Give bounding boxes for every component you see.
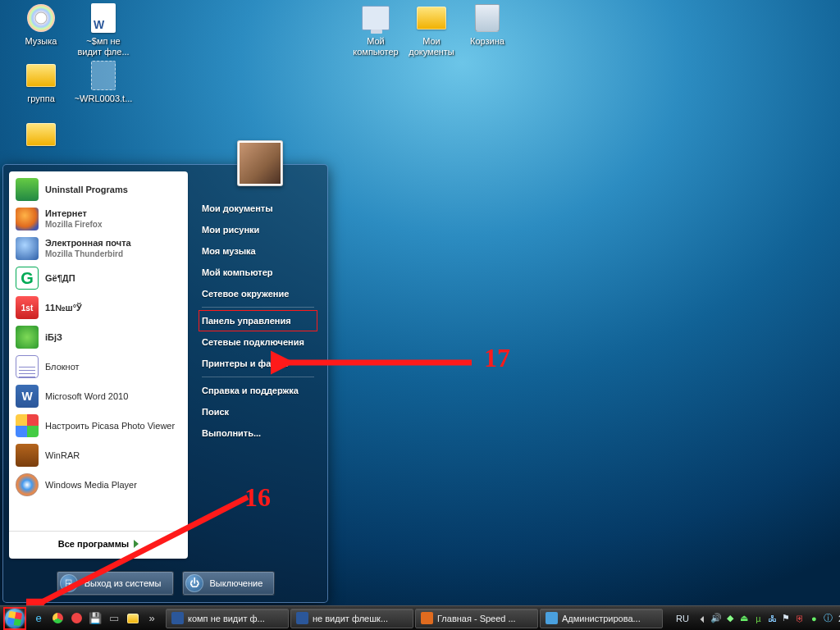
program-label: WinRAR bbox=[45, 450, 80, 461]
ql-ie-icon[interactable]: e bbox=[30, 609, 48, 628]
folder-icon bbox=[25, 118, 57, 151]
start-menu-link[interactable]: Мои документы bbox=[194, 198, 322, 219]
start-menu-link[interactable]: Справка и поддержка bbox=[194, 380, 322, 401]
program-icon bbox=[16, 355, 39, 378]
tray-volume-icon[interactable]: 🔊 bbox=[710, 611, 724, 625]
start-menu-link[interactable]: Поиск bbox=[194, 401, 322, 422]
shutdown-button[interactable]: ⏻ Выключение bbox=[182, 571, 276, 596]
program-label: Windows Media Player bbox=[45, 480, 137, 491]
ql-save-icon[interactable]: 💾 bbox=[86, 609, 104, 628]
program-label: Настроить Picasa Photo Viewer bbox=[45, 421, 175, 431]
taskbar-button-label: Администрирова... bbox=[562, 614, 641, 623]
control-panel-link[interactable]: Панель управления bbox=[199, 310, 317, 331]
desktop-icon[interactable]: Музыка bbox=[11, 2, 71, 47]
taskbar-button-label: комп не видит ф... bbox=[188, 614, 265, 623]
taskbar-button[interactable]: Главная - Speed ... bbox=[415, 609, 538, 628]
taskbar-buttons: комп не видит ф...не видит флешк...Главн… bbox=[166, 609, 664, 628]
program-icon bbox=[16, 473, 39, 496]
program-label: Microsoft Word 2010 bbox=[45, 391, 128, 402]
desktop-icon[interactable]: группа bbox=[11, 59, 71, 104]
desktop-icon[interactable]: Корзина bbox=[458, 2, 517, 47]
start-menu-link[interactable]: Мой компьютер bbox=[194, 262, 322, 283]
folder-icon bbox=[415, 2, 448, 34]
program-item[interactable]: ИнтернетMozilla Firefox bbox=[9, 204, 188, 234]
program-icon bbox=[16, 237, 39, 260]
program-item[interactable]: Электронная почтаMozilla Thunderbird bbox=[9, 234, 188, 263]
start-menu-bottom-row: ⍈ Выход из системы ⏻ Выключение bbox=[9, 571, 322, 596]
program-icon bbox=[16, 208, 39, 231]
windows-logo-icon bbox=[5, 609, 25, 628]
ql-chrome-icon[interactable] bbox=[48, 609, 66, 628]
tray-usb-icon[interactable]: ● bbox=[807, 611, 821, 625]
program-label: Gё¶ДП bbox=[45, 273, 75, 284]
program-label: iБjЗ bbox=[45, 332, 62, 343]
program-icon bbox=[16, 326, 39, 349]
ql-opera-icon[interactable] bbox=[67, 609, 85, 628]
desktop-icon-label: группа bbox=[11, 94, 71, 104]
desktop-icon-label: ~$мп не видит фле... bbox=[74, 36, 133, 57]
taskbar-button-icon bbox=[421, 612, 433, 624]
taskbar-button[interactable]: комп не видит ф... bbox=[166, 609, 289, 628]
taskbar: e 💾 ▭ » комп не видит ф...не видит флешк… bbox=[0, 605, 840, 630]
tray-info-icon[interactable]: ⓘ bbox=[821, 611, 835, 625]
program-item[interactable]: Uninstall Programs bbox=[9, 175, 188, 204]
language-indicator[interactable]: RU bbox=[676, 614, 689, 623]
start-button[interactable] bbox=[3, 607, 26, 630]
start-menu-link[interactable]: Мои рисунки bbox=[194, 219, 322, 240]
program-icon bbox=[16, 444, 39, 467]
desktop-icon-label: Мои документы bbox=[402, 36, 461, 57]
desktop-icon-label: Музыка bbox=[11, 36, 71, 47]
start-menu-link[interactable]: Моя музыка bbox=[194, 240, 322, 262]
taskbar-button-icon bbox=[296, 612, 308, 624]
program-icon: W bbox=[16, 385, 39, 408]
all-programs-button[interactable]: Все программы bbox=[9, 531, 188, 555]
program-item[interactable]: Настроить Picasa Photo Viewer bbox=[9, 411, 188, 441]
desktop-icon[interactable] bbox=[11, 118, 71, 153]
tray-antivirus-icon[interactable]: ◆ bbox=[724, 611, 737, 625]
program-item[interactable]: Блокнот bbox=[9, 352, 188, 381]
start-menu-link[interactable]: Сетевое окружение bbox=[194, 283, 322, 304]
program-icon: 1st bbox=[16, 296, 39, 319]
taskbar-button-label: не видит флешк... bbox=[313, 614, 388, 623]
tray-shield-icon[interactable]: ⛨ bbox=[793, 611, 807, 625]
tray-flag-icon[interactable]: ⚑ bbox=[779, 611, 793, 625]
program-icon bbox=[16, 178, 39, 201]
program-label: Электронная почтаMozilla Thunderbird bbox=[45, 238, 131, 259]
program-label: Блокнот bbox=[45, 362, 80, 372]
ql-chevron-icon[interactable]: » bbox=[143, 609, 161, 628]
program-item[interactable]: GGё¶ДП bbox=[9, 263, 188, 293]
logoff-button[interactable]: ⍈ Выход из системы bbox=[57, 571, 174, 596]
shutdown-label: Выключение bbox=[210, 578, 263, 588]
program-item[interactable]: iБjЗ bbox=[9, 322, 188, 352]
logoff-icon: ⍈ bbox=[60, 574, 78, 592]
all-programs-label: Все программы bbox=[58, 539, 129, 549]
program-item[interactable]: WMicrosoft Word 2010 bbox=[9, 381, 188, 411]
program-item[interactable]: 1st11№ш°Ў bbox=[9, 293, 188, 322]
desktop-icon[interactable]: Мой компьютер bbox=[346, 2, 405, 57]
program-icon bbox=[16, 414, 39, 437]
start-menu-link[interactable]: Принтеры и факсы bbox=[194, 353, 322, 374]
tray-safely-remove-icon[interactable]: ⏏ bbox=[737, 611, 751, 625]
taskbar-button[interactable]: Администрирова... bbox=[540, 609, 663, 628]
start-menu-link[interactable]: Выполнить... bbox=[194, 422, 322, 444]
ql-desktop-icon[interactable]: ▭ bbox=[105, 609, 123, 628]
desktop-icon[interactable]: ~$мп не видит фле... bbox=[74, 2, 133, 57]
taskbar-button-label: Главная - Speed ... bbox=[437, 614, 516, 623]
tray-chevron-icon[interactable]: ⏴ bbox=[696, 611, 710, 625]
taskbar-button[interactable]: не видит флешк... bbox=[290, 609, 413, 628]
bin-icon bbox=[471, 2, 504, 34]
tray-network-icon[interactable]: 🖧 bbox=[765, 611, 779, 625]
program-item[interactable]: WinRAR bbox=[9, 441, 188, 470]
ql-explorer-icon[interactable] bbox=[124, 609, 142, 628]
desktop-icon-label: ~WRL0003.t... bbox=[74, 94, 133, 104]
desktop-icon[interactable]: ~WRL0003.t... bbox=[74, 59, 133, 104]
arrow-right-icon bbox=[134, 540, 139, 548]
program-label: ИнтернетMozilla Firefox bbox=[45, 208, 102, 230]
program-item[interactable]: Windows Media Player bbox=[9, 470, 188, 500]
annotation-number-17: 17 bbox=[484, 343, 510, 373]
pc-icon bbox=[359, 2, 392, 34]
start-menu-link[interactable]: Сетевые подключения bbox=[194, 331, 322, 353]
desktop-icon[interactable]: Мои документы bbox=[402, 2, 461, 57]
tray-utorrent-icon[interactable]: µ bbox=[751, 611, 765, 625]
start-menu-right-pane: Мои документыМои рисункиМоя музыкаМой ко… bbox=[194, 171, 322, 559]
